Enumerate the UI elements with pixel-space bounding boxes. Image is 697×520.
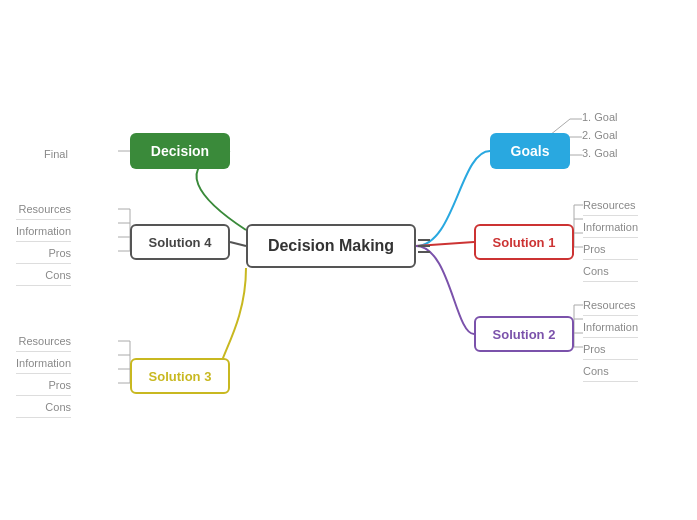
sol2-information: Information <box>583 318 638 338</box>
decision-branch-label: Final <box>44 148 68 160</box>
solution3-branches: Resources Information Pros Cons <box>16 332 71 420</box>
central-node: Decision Making <box>246 224 416 268</box>
sol3-pros: Pros <box>16 376 71 396</box>
sol4-resources: Resources <box>16 200 71 220</box>
solution4-node[interactable]: Solution 4 <box>130 224 230 260</box>
solution2-node[interactable]: Solution 2 <box>474 316 574 352</box>
sol4-cons: Cons <box>16 266 71 286</box>
solution1-node[interactable]: Solution 1 <box>474 224 574 260</box>
sol4-information: Information <box>16 222 71 242</box>
solution4-branches: Resources Information Pros Cons <box>16 200 71 288</box>
central-label: Decision Making <box>268 237 394 255</box>
sol3-resources: Resources <box>16 332 71 352</box>
goal-item-2: 2. Goal <box>582 126 617 144</box>
solution4-label: Solution 4 <box>149 235 212 250</box>
sol2-resources: Resources <box>583 296 638 316</box>
goals-node[interactable]: Goals <box>490 133 570 169</box>
sol3-cons: Cons <box>16 398 71 418</box>
solution2-branches: Resources Information Pros Cons <box>583 296 638 384</box>
sol4-pros: Pros <box>16 244 71 264</box>
sol1-resources: Resources <box>583 196 638 216</box>
sol1-cons: Cons <box>583 262 638 282</box>
sol2-pros: Pros <box>583 340 638 360</box>
solution3-label: Solution 3 <box>149 369 212 384</box>
decision-label: Decision <box>151 143 209 159</box>
goal-item-3: 3. Goal <box>582 144 617 162</box>
decision-node[interactable]: Decision <box>130 133 230 169</box>
solution2-label: Solution 2 <box>493 327 556 342</box>
sol3-information: Information <box>16 354 71 374</box>
goals-list: 1. Goal 2. Goal 3. Goal <box>582 108 617 162</box>
hamburger-icon <box>418 239 430 253</box>
sol1-pros: Pros <box>583 240 638 260</box>
sol1-information: Information <box>583 218 638 238</box>
solution3-node[interactable]: Solution 3 <box>130 358 230 394</box>
goal-item-1: 1. Goal <box>582 108 617 126</box>
sol2-cons: Cons <box>583 362 638 382</box>
solution1-branches: Resources Information Pros Cons <box>583 196 638 284</box>
goals-label: Goals <box>511 143 550 159</box>
solution1-label: Solution 1 <box>493 235 556 250</box>
